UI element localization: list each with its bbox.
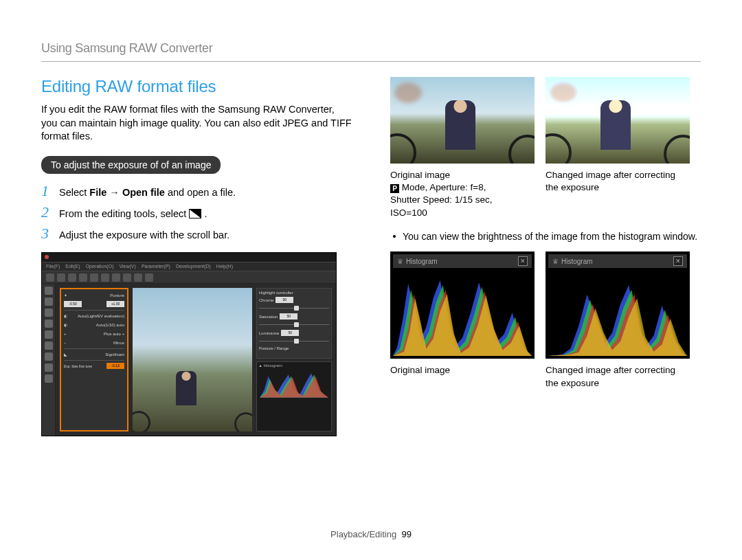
step-3: 3 Adjust the exposure with the scroll ba…	[41, 226, 352, 242]
app-screenshot: File(F)Edit(E)Operation(O)View(V)Paramet…	[41, 252, 337, 436]
step-list: 1 Select File → Open file and open a fil…	[41, 183, 352, 243]
step-number: 2	[41, 205, 52, 220]
hist-caption-left: Original image	[390, 364, 535, 389]
note-text: You can view the brightness of the image…	[390, 230, 701, 244]
close-icon: ✕	[673, 256, 683, 266]
crown-icon: ♛	[552, 258, 559, 265]
page-footer: Playback/Editing 99	[0, 529, 742, 539]
app-titlebar	[42, 253, 336, 262]
left-column: Editing RAW format files If you edit the…	[41, 77, 352, 436]
exposure-panel: ✦Posture -0.50 +1.00 ◐Auto(Light/EV eval…	[60, 288, 128, 432]
mode-p-icon: P	[390, 184, 399, 193]
close-icon: ✕	[518, 256, 528, 266]
app-menubar: File(F)Edit(E)Operation(O)View(V)Paramet…	[42, 262, 336, 271]
step-text: Adjust the exposure with the scroll bar.	[59, 226, 229, 242]
crown-icon: ♛	[397, 258, 403, 265]
app-toolbar	[42, 271, 336, 284]
step-2: 2 From the editing tools, select .	[41, 205, 352, 221]
intro-text: If you edit the RAW format files with th…	[41, 103, 352, 144]
step-text: From the editing tools, select .	[59, 205, 207, 221]
exposure-icon	[189, 209, 201, 219]
histogram-original: ♛Histogram ✕	[390, 251, 535, 359]
step-text: Select File → Open file and open a file.	[59, 183, 236, 199]
breadcrumb: Using Samsung RAW Converter	[41, 41, 701, 62]
mini-histogram: ▲ Histogram	[256, 361, 332, 432]
hist-caption-right: Changed image after correcting the expos…	[546, 364, 690, 389]
step-number: 3	[41, 226, 52, 241]
section-heading: Editing RAW format files	[41, 77, 352, 96]
step-number: 1	[41, 183, 52, 199]
subsection-pill: To adjust the exposure of of an image	[41, 156, 221, 174]
right-column: Original image P Mode, Aperture: f=8, Sh…	[390, 77, 701, 436]
app-sidebar	[42, 284, 56, 436]
corrected-caption: Changed image after correcting the expos…	[546, 169, 690, 219]
step-1: 1 Select File → Open file and open a fil…	[41, 183, 352, 199]
adjustment-panel: Highlight controller Chrome50 Saturation…	[256, 288, 332, 432]
preview-image	[133, 288, 252, 432]
original-photo	[390, 77, 535, 164]
original-caption: Original image P Mode, Aperture: f=8, Sh…	[390, 169, 535, 219]
corrected-photo	[546, 77, 690, 164]
histogram-corrected: ♛Histogram ✕	[546, 251, 690, 359]
